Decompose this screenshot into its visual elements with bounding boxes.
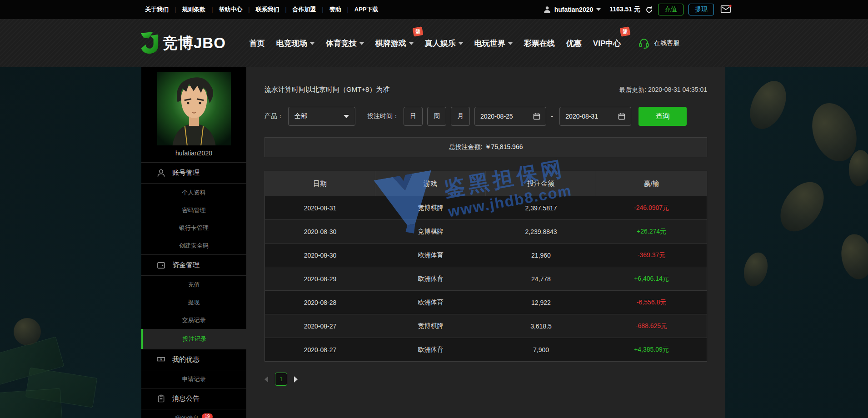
sidebar-item-bank-card[interactable]: 银行卡管理 (141, 219, 246, 237)
period-week-button[interactable]: 周 (427, 107, 446, 126)
next-page-button[interactable] (294, 376, 298, 383)
wallet-icon (157, 261, 165, 269)
search-button[interactable]: 查询 (639, 107, 687, 126)
top-links: 关于我们 | 规则条款 | 帮助中心 | 联系我们 | 合作加盟 | 赞助 | … (139, 5, 384, 14)
nav-label: 优惠 (566, 38, 582, 49)
logo[interactable]: 竞博JBO (139, 32, 226, 55)
sidebar-item-profile[interactable]: 个人资料 (141, 184, 246, 201)
sidebar-section-messages[interactable]: 消息公告 (141, 388, 246, 409)
cell-date: 2020-08-27 (265, 314, 375, 338)
link-contact[interactable]: 联系我们 (249, 5, 285, 14)
ticket-icon: ¥ (157, 355, 165, 364)
mail-icon (720, 5, 732, 13)
chevron-down-icon (409, 42, 414, 45)
online-service-label: 在线客服 (654, 39, 679, 47)
table-body: 2020-08-31 竞博棋牌 2,397.5817 -246.0907元 20… (265, 196, 707, 361)
sidebar-item-deposit[interactable]: 充值 (141, 276, 246, 294)
page-number-button[interactable]: 1 (275, 373, 287, 386)
sidebar-item-security-code[interactable]: 创建安全码 (141, 237, 246, 254)
product-select[interactable]: 全部 (288, 107, 355, 126)
total-bet-summary: 总投注金额: ￥75,815.966 (264, 137, 707, 157)
period-month-button[interactable]: 月 (451, 107, 470, 126)
bet-records-table: 日期 游戏 投注金额 赢/输 2020-08-31 竞博棋牌 2,397.581… (264, 171, 707, 362)
nav-label: 棋牌游戏 (375, 38, 406, 49)
cell-amount: 21,960 (486, 244, 596, 267)
main-content: 流水计算时间以北京时间（GMT+8）为准 最后更新: 2020-08-31 04… (246, 67, 725, 418)
nav-home[interactable]: 首页 (249, 38, 265, 49)
nav-live-casino[interactable]: 真人娱乐 (425, 38, 463, 49)
cell-game: 欧洲体育 (375, 338, 486, 361)
nav-vip-center[interactable]: VIP中心 新 (593, 38, 621, 49)
cell-date: 2020-08-30 (265, 244, 375, 267)
nav-sports[interactable]: 体育竞技 (326, 38, 364, 49)
cell-result: -246.0907元 (596, 196, 707, 219)
product-select-value: 全部 (294, 112, 307, 120)
link-help[interactable]: 帮助中心 (213, 5, 248, 14)
sidebar-item-transactions[interactable]: 交易记录 (141, 311, 246, 329)
cell-result: +26.274元 (596, 220, 707, 243)
cell-result: +6,406.14元 (596, 267, 707, 290)
period-day-button[interactable]: 日 (404, 107, 423, 126)
calendar-icon (618, 113, 625, 120)
nav-esports-live[interactable]: 电竞现场 (276, 38, 314, 49)
cell-amount: 2,397.5817 (486, 196, 596, 219)
date-to-input[interactable]: 2020-08-31 (559, 107, 631, 126)
sidebar-item-bet-records[interactable]: 投注记录 (141, 329, 246, 349)
user-menu[interactable]: hufatian2020 (543, 5, 601, 14)
table-row: 2020-08-29 欧洲体育 24,778 +6,406.14元 (265, 267, 707, 290)
cell-game: 竞博棋牌 (375, 314, 486, 338)
link-about[interactable]: 关于我们 (139, 5, 175, 14)
nav-arcade[interactable]: 电玩世界 (474, 38, 513, 49)
money-decoration (0, 388, 62, 418)
page: 关于我们 | 规则条款 | 帮助中心 | 联系我们 | 合作加盟 | 赞助 | … (0, 0, 868, 418)
sidebar-section-account[interactable]: 账号管理 (141, 162, 246, 184)
nav-label: 电玩世界 (474, 38, 505, 49)
sidebar-item-my-messages[interactable]: 我的消息19 (141, 409, 246, 418)
sidebar-item-password[interactable]: 密码管理 (141, 201, 246, 219)
coin-decoration (772, 174, 833, 239)
cell-result: -688.625元 (596, 314, 707, 338)
sidebar-item-applications[interactable]: 申请记录 (141, 370, 246, 388)
user-icon (543, 5, 551, 14)
table-row: 2020-08-31 竞博棋牌 2,397.5817 -246.0907元 (265, 196, 707, 219)
header-result: 赢/输 (596, 171, 707, 196)
section-title: 消息公告 (172, 394, 200, 403)
nav-label: 体育竞技 (326, 38, 357, 49)
cell-amount: 3,618.5 (486, 314, 596, 338)
cell-game: 竞博棋牌 (375, 220, 486, 243)
sidebar-section-funds[interactable]: 资金管理 (141, 254, 246, 276)
chevron-down-icon (359, 42, 364, 45)
sidebar-item-withdraw[interactable]: 提现 (141, 294, 246, 311)
nav-label: 真人娱乐 (425, 38, 456, 49)
main-nav: 竞博JBO 首页 电竞现场 体育竞技 棋牌游戏 新 真人娱乐 (0, 19, 868, 67)
chevron-down-icon (596, 8, 601, 11)
sidebar-section-promotions[interactable]: ¥ 我的优惠 (141, 349, 246, 370)
withdraw-button[interactable]: 提现 (688, 4, 714, 15)
coin-decoration (740, 250, 771, 289)
deposit-button[interactable]: 充值 (658, 4, 683, 15)
nav-lottery[interactable]: 彩票在线 (524, 38, 555, 49)
link-affiliate[interactable]: 合作加盟 (287, 5, 322, 14)
date-from-input[interactable]: 2020-08-25 (474, 107, 546, 126)
cell-result: -6,556.8元 (596, 291, 707, 314)
cell-game: 欧洲体育 (375, 267, 486, 290)
refresh-icon[interactable] (645, 6, 653, 14)
mail-button[interactable] (720, 5, 732, 15)
cell-date: 2020-08-27 (265, 338, 375, 361)
previous-page-button[interactable] (264, 376, 268, 383)
logo-icon (139, 32, 160, 55)
link-app-download[interactable]: APP下载 (349, 5, 384, 14)
content-header: 流水计算时间以北京时间（GMT+8）为准 最后更新: 2020-08-31 04… (264, 67, 707, 94)
summary-value: ￥75,815.966 (484, 143, 523, 151)
section-title: 我的优惠 (172, 355, 200, 364)
link-sponsor[interactable]: 赞助 (324, 5, 347, 14)
nav-promotions[interactable]: 优惠 (566, 38, 582, 49)
link-rules[interactable]: 规则条款 (176, 5, 211, 14)
cell-amount: 7,900 (486, 338, 596, 361)
user-icon (157, 169, 165, 177)
sidebar-item-label: 我的消息 (175, 415, 199, 418)
table-row: 2020-08-27 欧洲体育 7,900 +4,385.09元 (265, 338, 707, 361)
nav-card-games[interactable]: 棋牌游戏 新 (375, 38, 414, 49)
online-service-button[interactable]: 在线客服 (638, 37, 679, 49)
username: hufatian2020 (554, 6, 594, 13)
